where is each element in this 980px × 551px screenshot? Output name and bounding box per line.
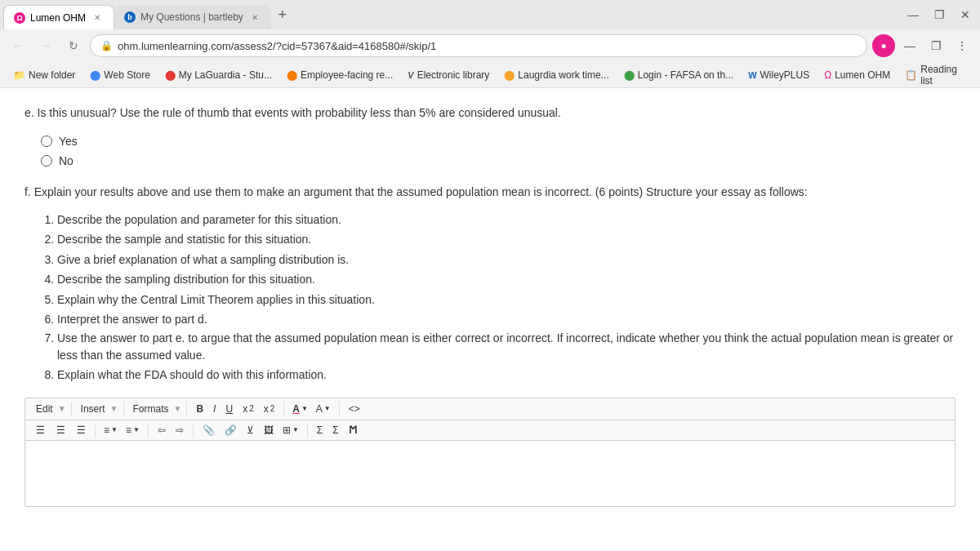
toolbar-sep-4 — [283, 402, 284, 416]
highlight-dropdown[interactable]: A ▼ — [313, 402, 334, 416]
bookmark-employee[interactable]: ⬤ Employee-facing re... — [280, 67, 399, 83]
bookmark-wileyplus[interactable]: W WileyPLUS — [742, 67, 816, 83]
font-color-label: A — [292, 403, 300, 415]
tab-bartleby-close[interactable]: ✕ — [248, 11, 261, 24]
bookmark-new-folder[interactable]: 📁 New folder — [7, 67, 82, 83]
question-e-options: Yes No — [41, 135, 956, 167]
special-char-button[interactable]: Ϻ — [345, 423, 361, 438]
superscript-button[interactable]: x2 — [260, 402, 279, 416]
bookmark-label: Web Store — [104, 69, 149, 81]
bullet-list-arrow: ▼ — [111, 426, 118, 433]
option-no-label: No — [59, 154, 74, 167]
sum-button[interactable]: Σ — [313, 423, 327, 438]
toolbar-sep-9 — [307, 423, 308, 438]
minimize-window-button[interactable]: — — [898, 34, 921, 57]
forward-button[interactable]: → — [34, 34, 57, 57]
bookmark-label: Laugrdia work time... — [518, 69, 608, 81]
sigma-button[interactable]: Σ — [328, 423, 342, 438]
bookmark-label: My LaGuardia - Stu... — [179, 69, 272, 81]
profile-button[interactable]: ● — [872, 34, 895, 57]
more-options-button[interactable]: ⋮ — [951, 34, 973, 57]
maximize-button[interactable]: ❐ — [928, 3, 951, 26]
reload-button[interactable]: ↻ — [62, 34, 85, 57]
tab-lumen-ohm[interactable]: Ω Lumen OHM ✕ — [3, 5, 114, 29]
web-store-icon: ⬤ — [90, 69, 100, 81]
list-item-4: Describe the sampling distribution for t… — [57, 270, 956, 288]
toolbar-file-menu: Edit ▼ — [32, 402, 66, 416]
list-item-5: Explain why the Central Limit Theorem ap… — [57, 291, 956, 309]
window-controls: — ❐ ✕ — [902, 3, 977, 26]
bookmark-web-store[interactable]: ⬤ Web Store — [83, 67, 156, 83]
address-bar: ← → ↻ 🔒 ohm.lumenlearning.com/assess2/?c… — [0, 29, 980, 62]
insert-menu[interactable]: Insert — [77, 402, 109, 416]
url-bar[interactable]: 🔒 ohm.lumenlearning.com/assess2/?cid=573… — [90, 34, 867, 57]
align-left-button[interactable]: ☰ — [32, 423, 49, 438]
radio-no[interactable] — [41, 155, 52, 167]
restore-button[interactable]: ❐ — [924, 34, 947, 57]
bookmark-fafsa[interactable]: ⬤ Login - FAFSA on th... — [617, 67, 740, 83]
toolbar-sep-6 — [95, 423, 96, 438]
address-actions: ● — ❐ ⋮ — [872, 34, 973, 57]
outdent-button[interactable]: ⇦ — [154, 423, 170, 438]
align-right-button[interactable]: ☰ — [73, 423, 90, 438]
attachment-button[interactable]: 📎 — [198, 423, 219, 438]
toolbar-sep-7 — [148, 423, 149, 438]
insert-dropdown-arrow: ▼ — [110, 404, 118, 413]
bookmark-label: Lumen OHM — [835, 69, 890, 81]
question-e-text: e. Is this unusual? Use the rule of thum… — [24, 104, 956, 122]
table-arrow: ▼ — [292, 426, 299, 433]
indent-button[interactable]: ⇨ — [172, 423, 188, 438]
radio-yes[interactable] — [41, 136, 52, 147]
folder-icon: 📁 — [13, 69, 25, 81]
browser-chrome: Ω Lumen OHM ✕ b My Questions | bartleby … — [0, 0, 980, 88]
edit-menu[interactable]: Edit — [32, 402, 57, 416]
code-button[interactable]: <> — [345, 402, 364, 416]
laguardia-icon: ⬤ — [165, 69, 176, 81]
bookmark-label: Employee-facing re... — [301, 69, 393, 81]
formats-dropdown-arrow: ▼ — [174, 404, 182, 413]
tab-bartleby[interactable]: b My Questions | bartleby ✕ — [114, 5, 271, 29]
reading-list-label: Reading list — [920, 64, 967, 87]
page-content: e. Is this unusual? Use the rule of thum… — [0, 88, 980, 551]
link-button[interactable]: 🔗 — [220, 423, 241, 438]
bookmark-label: Login - FAFSA on th... — [638, 69, 733, 81]
editor-toolbar-row1: Edit ▼ Insert ▼ Formats ▼ B I U x2 x2 — [25, 398, 955, 420]
bookmark-laguardia[interactable]: ⬤ My LaGuardia - Stu... — [158, 67, 278, 83]
italic-button[interactable]: I — [209, 402, 220, 416]
number-list-dropdown[interactable]: ≡ ▼ — [122, 423, 143, 438]
bookmark-electronic-library[interactable]: V Electronic library — [401, 67, 496, 83]
bookmark-lumen-ohm[interactable]: Ω Lumen OHM — [817, 67, 897, 83]
highlight-arrow: ▼ — [324, 405, 331, 412]
unlink-button[interactable]: ⊻ — [243, 423, 258, 438]
fafsa-icon: ⬤ — [624, 69, 635, 81]
number-list-arrow: ▼ — [133, 426, 140, 433]
option-no[interactable]: No — [41, 154, 956, 167]
laugrdia-icon: ⬤ — [504, 69, 514, 81]
reading-list-button[interactable]: 📋 Reading list — [898, 62, 973, 88]
formats-menu[interactable]: Formats — [129, 402, 173, 416]
new-tab-button[interactable]: + — [271, 3, 294, 26]
bookmark-laugrdia-work[interactable]: ⬤ Laugrdia work time... — [497, 67, 615, 83]
image-button[interactable]: 🖼 — [260, 423, 278, 438]
toolbar-sep-5 — [339, 402, 340, 416]
bookmark-label: WileyPLUS — [760, 69, 810, 81]
subscript-button[interactable]: x2 — [238, 402, 258, 416]
list-item-6: Interpret the answer to part d. — [57, 310, 956, 328]
lumen-favicon: Ω — [14, 12, 25, 24]
option-yes[interactable]: Yes — [41, 135, 956, 148]
bullet-list-dropdown[interactable]: ≡ ▼ — [100, 423, 121, 438]
editor-body[interactable] — [25, 441, 955, 506]
minimize-button[interactable]: — — [902, 3, 924, 26]
back-button[interactable]: ← — [7, 34, 29, 57]
font-color-dropdown[interactable]: A ▼ — [289, 402, 311, 416]
table-dropdown[interactable]: ⊞ ▼ — [279, 423, 302, 438]
bold-button[interactable]: B — [192, 402, 207, 416]
editor-toolbar-row2: ☰ ☰ ☰ ≡ ▼ ≡ ▼ ⇦ ⇨ 📎 🔗 ⊻ 🖼 ⊞ — [25, 420, 955, 441]
underline-button[interactable]: U — [221, 402, 237, 416]
tab-lumen-close[interactable]: ✕ — [91, 11, 104, 24]
toolbar-formats-menu: Formats ▼ — [129, 402, 182, 416]
essay-structure-list: Describe the population and parameter fo… — [57, 211, 956, 384]
url-text: ohm.lumenlearning.com/assess2/?cid=57367… — [118, 40, 436, 52]
align-center-button[interactable]: ☰ — [52, 423, 69, 438]
close-button[interactable]: ✕ — [954, 3, 977, 26]
